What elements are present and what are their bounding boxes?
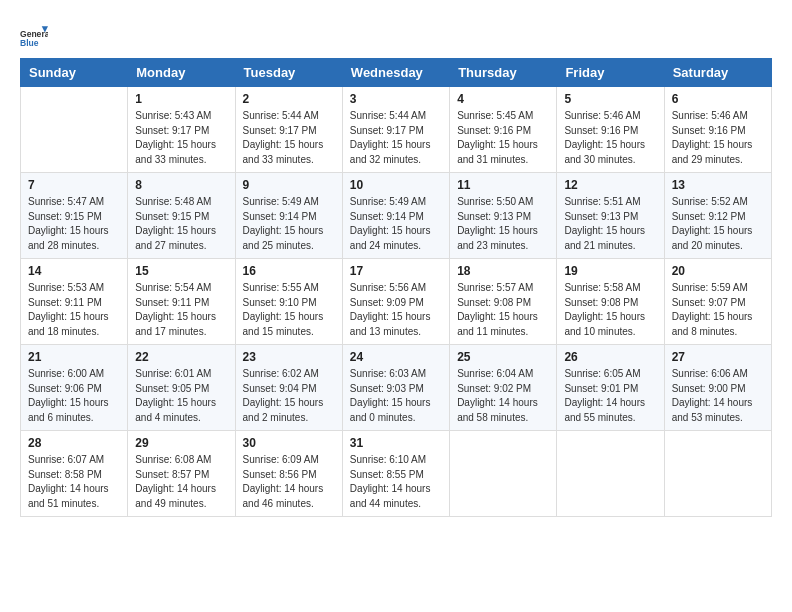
logo-icon: General Blue	[20, 20, 48, 48]
day-number: 3	[350, 92, 442, 106]
day-cell: 11Sunrise: 5:50 AM Sunset: 9:13 PM Dayli…	[450, 173, 557, 259]
day-info: Sunrise: 6:04 AM Sunset: 9:02 PM Dayligh…	[457, 367, 549, 425]
day-number: 19	[564, 264, 656, 278]
day-cell: 3Sunrise: 5:44 AM Sunset: 9:17 PM Daylig…	[342, 87, 449, 173]
day-info: Sunrise: 5:54 AM Sunset: 9:11 PM Dayligh…	[135, 281, 227, 339]
col-header-tuesday: Tuesday	[235, 59, 342, 87]
day-cell: 21Sunrise: 6:00 AM Sunset: 9:06 PM Dayli…	[21, 345, 128, 431]
day-number: 13	[672, 178, 764, 192]
day-cell: 31Sunrise: 6:10 AM Sunset: 8:55 PM Dayli…	[342, 431, 449, 517]
day-info: Sunrise: 5:52 AM Sunset: 9:12 PM Dayligh…	[672, 195, 764, 253]
day-info: Sunrise: 5:59 AM Sunset: 9:07 PM Dayligh…	[672, 281, 764, 339]
col-header-thursday: Thursday	[450, 59, 557, 87]
day-number: 17	[350, 264, 442, 278]
day-number: 29	[135, 436, 227, 450]
day-info: Sunrise: 6:08 AM Sunset: 8:57 PM Dayligh…	[135, 453, 227, 511]
day-number: 10	[350, 178, 442, 192]
calendar-header-row: SundayMondayTuesdayWednesdayThursdayFrid…	[21, 59, 772, 87]
day-info: Sunrise: 5:44 AM Sunset: 9:17 PM Dayligh…	[243, 109, 335, 167]
day-info: Sunrise: 5:46 AM Sunset: 9:16 PM Dayligh…	[564, 109, 656, 167]
day-cell: 18Sunrise: 5:57 AM Sunset: 9:08 PM Dayli…	[450, 259, 557, 345]
day-info: Sunrise: 5:56 AM Sunset: 9:09 PM Dayligh…	[350, 281, 442, 339]
day-cell: 1Sunrise: 5:43 AM Sunset: 9:17 PM Daylig…	[128, 87, 235, 173]
day-info: Sunrise: 6:06 AM Sunset: 9:00 PM Dayligh…	[672, 367, 764, 425]
week-row-5: 28Sunrise: 6:07 AM Sunset: 8:58 PM Dayli…	[21, 431, 772, 517]
day-info: Sunrise: 6:10 AM Sunset: 8:55 PM Dayligh…	[350, 453, 442, 511]
day-cell: 6Sunrise: 5:46 AM Sunset: 9:16 PM Daylig…	[664, 87, 771, 173]
day-cell: 23Sunrise: 6:02 AM Sunset: 9:04 PM Dayli…	[235, 345, 342, 431]
day-info: Sunrise: 6:01 AM Sunset: 9:05 PM Dayligh…	[135, 367, 227, 425]
day-info: Sunrise: 5:55 AM Sunset: 9:10 PM Dayligh…	[243, 281, 335, 339]
day-number: 28	[28, 436, 120, 450]
day-cell: 24Sunrise: 6:03 AM Sunset: 9:03 PM Dayli…	[342, 345, 449, 431]
day-number: 6	[672, 92, 764, 106]
col-header-sunday: Sunday	[21, 59, 128, 87]
day-cell: 7Sunrise: 5:47 AM Sunset: 9:15 PM Daylig…	[21, 173, 128, 259]
day-info: Sunrise: 6:05 AM Sunset: 9:01 PM Dayligh…	[564, 367, 656, 425]
day-cell: 9Sunrise: 5:49 AM Sunset: 9:14 PM Daylig…	[235, 173, 342, 259]
day-info: Sunrise: 6:09 AM Sunset: 8:56 PM Dayligh…	[243, 453, 335, 511]
day-cell: 2Sunrise: 5:44 AM Sunset: 9:17 PM Daylig…	[235, 87, 342, 173]
day-cell: 22Sunrise: 6:01 AM Sunset: 9:05 PM Dayli…	[128, 345, 235, 431]
day-number: 25	[457, 350, 549, 364]
day-cell: 16Sunrise: 5:55 AM Sunset: 9:10 PM Dayli…	[235, 259, 342, 345]
day-number: 9	[243, 178, 335, 192]
day-cell: 14Sunrise: 5:53 AM Sunset: 9:11 PM Dayli…	[21, 259, 128, 345]
day-number: 24	[350, 350, 442, 364]
day-number: 20	[672, 264, 764, 278]
day-number: 12	[564, 178, 656, 192]
day-number: 27	[672, 350, 764, 364]
week-row-2: 7Sunrise: 5:47 AM Sunset: 9:15 PM Daylig…	[21, 173, 772, 259]
day-cell: 4Sunrise: 5:45 AM Sunset: 9:16 PM Daylig…	[450, 87, 557, 173]
day-number: 7	[28, 178, 120, 192]
page-header: General Blue	[20, 20, 772, 48]
day-cell: 28Sunrise: 6:07 AM Sunset: 8:58 PM Dayli…	[21, 431, 128, 517]
day-info: Sunrise: 5:44 AM Sunset: 9:17 PM Dayligh…	[350, 109, 442, 167]
day-info: Sunrise: 5:49 AM Sunset: 9:14 PM Dayligh…	[243, 195, 335, 253]
day-number: 23	[243, 350, 335, 364]
day-info: Sunrise: 6:00 AM Sunset: 9:06 PM Dayligh…	[28, 367, 120, 425]
day-cell: 12Sunrise: 5:51 AM Sunset: 9:13 PM Dayli…	[557, 173, 664, 259]
day-number: 14	[28, 264, 120, 278]
day-info: Sunrise: 5:57 AM Sunset: 9:08 PM Dayligh…	[457, 281, 549, 339]
day-cell: 19Sunrise: 5:58 AM Sunset: 9:08 PM Dayli…	[557, 259, 664, 345]
day-cell: 10Sunrise: 5:49 AM Sunset: 9:14 PM Dayli…	[342, 173, 449, 259]
calendar-table: SundayMondayTuesdayWednesdayThursdayFrid…	[20, 58, 772, 517]
day-info: Sunrise: 5:46 AM Sunset: 9:16 PM Dayligh…	[672, 109, 764, 167]
day-info: Sunrise: 5:47 AM Sunset: 9:15 PM Dayligh…	[28, 195, 120, 253]
day-info: Sunrise: 5:48 AM Sunset: 9:15 PM Dayligh…	[135, 195, 227, 253]
logo: General Blue	[20, 20, 52, 48]
day-cell: 26Sunrise: 6:05 AM Sunset: 9:01 PM Dayli…	[557, 345, 664, 431]
day-cell: 20Sunrise: 5:59 AM Sunset: 9:07 PM Dayli…	[664, 259, 771, 345]
day-cell: 17Sunrise: 5:56 AM Sunset: 9:09 PM Dayli…	[342, 259, 449, 345]
day-cell: 30Sunrise: 6:09 AM Sunset: 8:56 PM Dayli…	[235, 431, 342, 517]
day-cell: 27Sunrise: 6:06 AM Sunset: 9:00 PM Dayli…	[664, 345, 771, 431]
day-info: Sunrise: 6:07 AM Sunset: 8:58 PM Dayligh…	[28, 453, 120, 511]
day-number: 8	[135, 178, 227, 192]
day-info: Sunrise: 6:03 AM Sunset: 9:03 PM Dayligh…	[350, 367, 442, 425]
day-number: 22	[135, 350, 227, 364]
day-number: 21	[28, 350, 120, 364]
day-number: 31	[350, 436, 442, 450]
day-cell: 15Sunrise: 5:54 AM Sunset: 9:11 PM Dayli…	[128, 259, 235, 345]
day-number: 16	[243, 264, 335, 278]
day-number: 2	[243, 92, 335, 106]
day-info: Sunrise: 5:58 AM Sunset: 9:08 PM Dayligh…	[564, 281, 656, 339]
day-info: Sunrise: 5:43 AM Sunset: 9:17 PM Dayligh…	[135, 109, 227, 167]
day-number: 11	[457, 178, 549, 192]
day-info: Sunrise: 5:51 AM Sunset: 9:13 PM Dayligh…	[564, 195, 656, 253]
col-header-wednesday: Wednesday	[342, 59, 449, 87]
day-cell	[21, 87, 128, 173]
day-number: 18	[457, 264, 549, 278]
day-number: 1	[135, 92, 227, 106]
day-info: Sunrise: 5:53 AM Sunset: 9:11 PM Dayligh…	[28, 281, 120, 339]
day-info: Sunrise: 5:49 AM Sunset: 9:14 PM Dayligh…	[350, 195, 442, 253]
day-number: 4	[457, 92, 549, 106]
day-cell: 29Sunrise: 6:08 AM Sunset: 8:57 PM Dayli…	[128, 431, 235, 517]
week-row-4: 21Sunrise: 6:00 AM Sunset: 9:06 PM Dayli…	[21, 345, 772, 431]
day-cell	[450, 431, 557, 517]
svg-text:Blue: Blue	[20, 38, 39, 48]
col-header-monday: Monday	[128, 59, 235, 87]
day-cell: 13Sunrise: 5:52 AM Sunset: 9:12 PM Dayli…	[664, 173, 771, 259]
col-header-friday: Friday	[557, 59, 664, 87]
